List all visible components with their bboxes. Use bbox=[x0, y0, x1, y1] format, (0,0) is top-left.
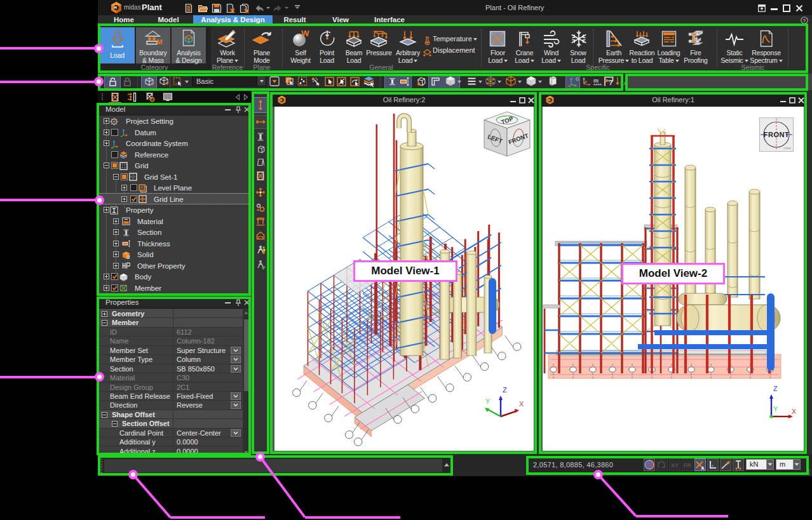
select-mode-dropdown-icon[interactable] bbox=[185, 81, 189, 83]
ucs-rotate-icon[interactable] bbox=[159, 76, 169, 86]
help-icon[interactable]: ? bbox=[801, 17, 808, 24]
wall-corner-icon[interactable] bbox=[431, 77, 440, 86]
window-minimize-icon[interactable] bbox=[510, 101, 516, 102]
tab-view[interactable]: View bbox=[321, 15, 360, 24]
report-window-tab-icon[interactable] bbox=[163, 92, 173, 102]
message-expand-icon[interactable] bbox=[443, 462, 450, 467]
tree-expand-expand-icon[interactable] bbox=[104, 285, 109, 291]
floor-load-button[interactable]: Floor Load bbox=[483, 27, 513, 63]
extrude-shape-icon[interactable] bbox=[546, 76, 558, 87]
tree-item-grid-line[interactable]: Grid Line bbox=[98, 194, 250, 205]
scroll-down-icon[interactable] bbox=[244, 451, 248, 454]
view-window-oil-refinery-2-titlebar[interactable]: Oil Refinery:2 bbox=[273, 93, 536, 107]
tree-expand-collapse-icon[interactable] bbox=[104, 163, 109, 168]
minimize-window-icon[interactable] bbox=[771, 8, 778, 10]
redo-dropdown-icon[interactable] bbox=[285, 7, 288, 9]
prop-dropdown-icon[interactable] bbox=[231, 401, 241, 409]
tab-scroll-right-icon[interactable] bbox=[243, 94, 248, 100]
strip-grip[interactable] bbox=[101, 93, 104, 102]
select-identical-icon[interactable] bbox=[285, 76, 295, 86]
undo-dropdown-icon[interactable] bbox=[266, 7, 270, 9]
reaction-to-load-button[interactable]: Reaction to Load bbox=[625, 27, 659, 63]
crane-load-button[interactable]: Crane Load bbox=[511, 27, 538, 63]
tree-expand-expand-icon[interactable] bbox=[113, 218, 119, 224]
walk-through-color-icon[interactable] bbox=[256, 245, 266, 255]
work-plane-button[interactable]: Work Plane bbox=[212, 27, 243, 63]
load-scale-icon[interactable]: 1.0 bbox=[614, 76, 628, 87]
wireframe-cube-icon[interactable] bbox=[505, 76, 517, 87]
works-settings-tab-icon[interactable] bbox=[145, 92, 156, 102]
prop-row-member-set[interactable]: Member SetSuper Structure bbox=[98, 346, 243, 355]
scrollbar-thumb[interactable] bbox=[244, 319, 249, 391]
gcs-button-box[interactable]: G bbox=[565, 74, 580, 89]
lock-icon[interactable] bbox=[123, 77, 132, 87]
tree-item-body[interactable]: Body bbox=[98, 272, 250, 283]
tree-expand-expand-icon[interactable] bbox=[104, 274, 109, 279]
ucs-mode-button-box[interactable] bbox=[141, 74, 157, 89]
tree-expand-expand-icon[interactable] bbox=[113, 263, 119, 269]
tree-checkbox-filled[interactable] bbox=[121, 173, 128, 180]
plate-shape-icon[interactable] bbox=[257, 157, 265, 167]
maximize-window-icon[interactable] bbox=[783, 4, 790, 12]
resize-grip[interactable] bbox=[804, 469, 811, 475]
view1-canvas[interactable]: TOP LEFT FRONT Z Y X Model View-1 bbox=[274, 107, 534, 451]
select-by-layer-icon[interactable] bbox=[363, 76, 375, 88]
horizontal-size-button-box[interactable] bbox=[254, 115, 267, 129]
tree-expand-expand-icon[interactable] bbox=[113, 241, 119, 246]
load-button[interactable]: Load bbox=[100, 27, 135, 63]
support-table-icon[interactable] bbox=[255, 217, 266, 227]
prop-dropdown-icon[interactable] bbox=[231, 347, 241, 354]
scroll-up-icon[interactable] bbox=[244, 311, 248, 314]
tab-scroll-left-icon[interactable] bbox=[235, 94, 240, 100]
pick-deselect-icon[interactable] bbox=[337, 77, 346, 86]
select-previous-icon[interactable] bbox=[350, 77, 360, 86]
tree-checkbox-empty[interactable] bbox=[111, 151, 118, 158]
shading-cube-icon[interactable] bbox=[445, 76, 456, 87]
statusbar-grip[interactable] bbox=[100, 458, 103, 474]
section-shape-icon[interactable] bbox=[256, 132, 265, 142]
nodes-icon[interactable] bbox=[255, 203, 266, 213]
tree-item-grid-set-1[interactable]: Grid Set-1 bbox=[98, 172, 250, 183]
window-minimize-icon[interactable] bbox=[780, 101, 786, 102]
prop-group-member[interactable]: Member bbox=[98, 318, 243, 327]
tracking-icon[interactable] bbox=[733, 458, 744, 471]
vstrip-grip[interactable] bbox=[257, 93, 265, 95]
window-maximize-icon[interactable] bbox=[789, 97, 795, 103]
pressure-button[interactable]: Pressure bbox=[362, 27, 396, 63]
close-all-files-icon[interactable] bbox=[240, 3, 250, 13]
model-panel-pin-icon[interactable] bbox=[235, 106, 241, 114]
tree-item-section[interactable]: Section bbox=[98, 227, 250, 238]
properties-panel-minimize-icon[interactable] bbox=[225, 302, 231, 303]
wind-load-button[interactable]: Wind Load bbox=[538, 27, 565, 63]
tree-item-project-setting[interactable]: Project Setting bbox=[98, 116, 250, 127]
filter-beam-icon[interactable] bbox=[388, 77, 397, 86]
prop-dropdown-icon[interactable] bbox=[231, 392, 241, 400]
prop-row-cardinal-point[interactable]: Cardinal PointCenter-Center bbox=[98, 429, 243, 437]
tree-checkbox-empty[interactable] bbox=[111, 129, 118, 136]
prop-row-member-type[interactable]: Member TypeColumn bbox=[98, 355, 243, 364]
incline-icon[interactable] bbox=[720, 458, 731, 471]
tree-item-solid[interactable]: Solid bbox=[98, 250, 250, 260]
prop-dropdown-icon[interactable] bbox=[231, 356, 241, 363]
pick-select-icon[interactable] bbox=[325, 77, 334, 86]
wireframe-dropdown-icon[interactable] bbox=[518, 81, 522, 83]
prop-row-direction[interactable]: DirectionReverse bbox=[98, 401, 243, 410]
close-window-icon[interactable] bbox=[795, 4, 803, 12]
tree-item-level-plane[interactable]: Level Plane bbox=[98, 183, 250, 194]
filter-solid-icon[interactable] bbox=[416, 76, 426, 87]
close-file-icon[interactable] bbox=[226, 3, 236, 13]
tree-item-material[interactable]: Material bbox=[98, 217, 250, 227]
properties-scrollbar[interactable] bbox=[243, 309, 250, 456]
tab-result[interactable]: Result bbox=[276, 15, 314, 24]
xy-plane-icon[interactable]: XY bbox=[669, 458, 680, 471]
works-list-tab-icon[interactable] bbox=[127, 92, 137, 102]
window-maximize-icon[interactable] bbox=[519, 97, 525, 103]
window-close-icon[interactable] bbox=[528, 97, 534, 103]
force-unit-dropdown[interactable] bbox=[766, 459, 774, 470]
tree-expand-expand-icon[interactable] bbox=[104, 140, 109, 146]
tree-expand-expand-icon[interactable] bbox=[113, 229, 119, 235]
measure-unit-icon[interactable]: m bbox=[593, 77, 603, 86]
select-wand-icon[interactable] bbox=[310, 76, 320, 86]
fire-proofing-button[interactable]: Fire Proofing bbox=[681, 27, 710, 63]
ortho-icon[interactable] bbox=[707, 458, 719, 471]
